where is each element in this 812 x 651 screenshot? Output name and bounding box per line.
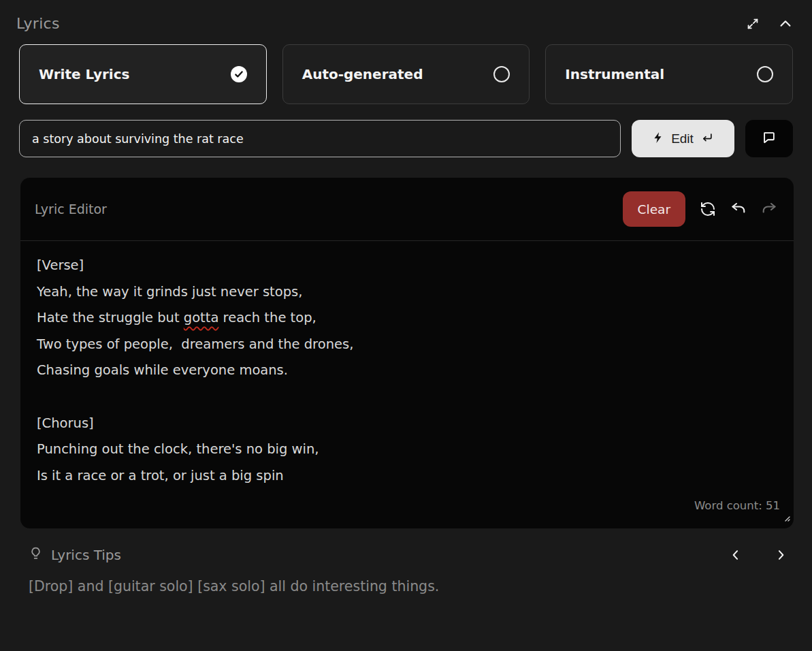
lyric-editor-title: Lyric Editor bbox=[35, 202, 107, 217]
lyric-line: Yeah, the way it grinds just never stops… bbox=[37, 279, 777, 306]
lyrics-panel: Lyrics Write Lyrics bbox=[0, 0, 812, 651]
panel-title: Lyrics bbox=[16, 15, 60, 32]
lyric-line: [Chorus] bbox=[37, 411, 777, 437]
chevron-right-icon bbox=[774, 548, 787, 562]
tips-prev-button[interactable] bbox=[729, 548, 743, 562]
refresh-icon bbox=[700, 201, 716, 217]
lyric-editor-header: Lyric Editor Clear bbox=[20, 178, 794, 240]
radio-circle-icon bbox=[757, 66, 773, 82]
comment-button[interactable] bbox=[745, 120, 793, 157]
check-circle-icon bbox=[231, 66, 247, 82]
misspelled-word: gotta bbox=[184, 310, 219, 326]
lyric-editor: Lyric Editor Clear bbox=[20, 178, 794, 528]
radio-circle-icon bbox=[493, 66, 510, 82]
edit-button-label: Edit bbox=[671, 131, 694, 146]
undo-icon bbox=[730, 201, 747, 217]
mode-write-lyrics[interactable]: Write Lyrics bbox=[19, 44, 267, 104]
clear-button[interactable]: Clear bbox=[623, 191, 685, 227]
comment-bubble-icon bbox=[762, 130, 777, 147]
collapse-button[interactable] bbox=[778, 16, 793, 31]
lyrics-content: [Verse]Yeah, the way it grinds just neve… bbox=[37, 253, 777, 489]
redo-icon bbox=[761, 201, 777, 217]
expand-button[interactable] bbox=[745, 16, 760, 31]
lyric-line: Hate the struggle but gotta reach the to… bbox=[37, 305, 777, 332]
mode-label: Instrumental bbox=[565, 66, 664, 82]
return-key-icon bbox=[700, 131, 714, 146]
lyrics-tip-text: [Drop] and [guitar solo] [sax solo] all … bbox=[0, 563, 812, 594]
mode-label: Auto-generated bbox=[302, 66, 423, 82]
chevron-up-icon bbox=[778, 16, 793, 31]
mode-auto-generated[interactable]: Auto-generated bbox=[282, 44, 530, 104]
lyrics-tips-bar: Lyrics Tips bbox=[0, 528, 812, 563]
lyric-line: Punching out the clock, there's no big w… bbox=[37, 436, 777, 463]
lyric-line: Two types of people, dreamers and the dr… bbox=[37, 332, 777, 358]
mode-instrumental[interactable]: Instrumental bbox=[545, 44, 793, 104]
lyric-line: Is it a race or a trot, or just a big sp… bbox=[37, 463, 777, 490]
regenerate-button[interactable] bbox=[700, 201, 716, 217]
lyric-line bbox=[37, 384, 777, 411]
lyrics-mode-selector: Write Lyrics Auto-generated Instrumental bbox=[0, 44, 812, 104]
lyrics-textarea[interactable]: [Verse]Yeah, the way it grinds just neve… bbox=[20, 241, 794, 528]
bolt-icon bbox=[652, 131, 664, 146]
resize-handle[interactable] bbox=[781, 510, 791, 526]
edit-button[interactable]: Edit bbox=[632, 120, 734, 157]
chevron-left-icon bbox=[729, 548, 743, 562]
panel-header: Lyrics bbox=[0, 0, 812, 44]
lyrics-tips-title: Lyrics Tips bbox=[51, 547, 121, 563]
undo-button[interactable] bbox=[730, 201, 747, 217]
lyric-line: [Verse] bbox=[37, 253, 777, 279]
tips-next-button[interactable] bbox=[774, 548, 787, 562]
mode-label: Write Lyrics bbox=[39, 66, 129, 82]
redo-button[interactable] bbox=[761, 201, 777, 217]
word-count: Word count: 51 bbox=[694, 499, 780, 512]
lightbulb-icon bbox=[29, 546, 43, 563]
expand-icon bbox=[745, 16, 760, 31]
prompt-row: Edit bbox=[0, 104, 812, 157]
lyric-line: Chasing goals while everyone moans. bbox=[37, 358, 777, 384]
lyrics-prompt-input[interactable] bbox=[19, 120, 621, 157]
